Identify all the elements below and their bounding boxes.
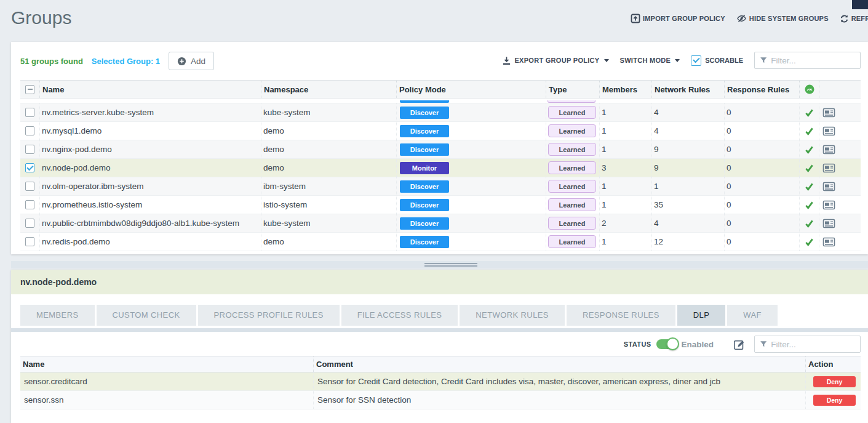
table-row[interactable]: nv.public-crbtmimbdw08dig9ddjo80-alb1.ku…	[20, 214, 861, 233]
page-title: Groups	[11, 7, 71, 28]
column-header-type[interactable]: Type	[546, 81, 600, 98]
table-row[interactable]: nv.redis-pod.demo demo Discover Learned …	[20, 233, 861, 251]
export-group-policy-button[interactable]: EXPORT GROUP POLICY	[502, 56, 608, 65]
policy-mode-button[interactable]: Discover	[400, 199, 449, 211]
policy-mode-button[interactable]: Discover	[400, 125, 449, 137]
view-details-button[interactable]	[821, 199, 837, 211]
group-name: nv.node-pod.demo	[40, 159, 261, 177]
tab-custom-check[interactable]: CUSTOM CHECK	[97, 305, 196, 326]
toggle-knob	[666, 337, 679, 350]
dlp-column-header-comment[interactable]: Comment	[314, 357, 806, 372]
groups-filter-input[interactable]	[771, 56, 855, 65]
table-row[interactable]: nv.nginx-pod.demo demo Discover Learned …	[20, 140, 861, 159]
tab-file-access-rules[interactable]: FILE ACCESS RULES	[341, 305, 458, 326]
view-details-button[interactable]	[821, 180, 837, 193]
scorable-check-icon	[805, 182, 814, 191]
policy-mode-button[interactable]: Discover	[400, 180, 449, 193]
dlp-column-header-action[interactable]: Action	[806, 357, 861, 372]
row-checkbox[interactable]	[25, 200, 34, 209]
policy-mode-button[interactable]: Discover	[400, 236, 449, 248]
table-row[interactable]: nv.node-pod.demo demo Monitor Learned 3 …	[20, 159, 861, 177]
row-checkbox[interactable]	[25, 219, 34, 228]
dlp-table-body: sensor.creditcard Sensor for Credit Card…	[20, 373, 861, 409]
response-rules-count: 0	[725, 122, 800, 140]
sensor-action-button[interactable]: Deny	[813, 376, 856, 387]
dlp-table-row[interactable]: sensor.creditcard Sensor for Credit Card…	[20, 373, 861, 391]
scrolled-row-fragment	[20, 99, 861, 103]
tab-network-rules[interactable]: NETWORK RULES	[460, 305, 565, 326]
view-details-button[interactable]	[821, 143, 837, 156]
column-header-response-rules[interactable]: Response Rules	[725, 81, 800, 98]
switch-mode-button[interactable]: SWITCH MODE	[620, 57, 680, 64]
tab-process-profile-rules[interactable]: PROCESS PROFILE RULES	[198, 305, 340, 326]
details-card-icon	[822, 126, 835, 136]
groups-count: 51 groups found	[20, 57, 83, 66]
table-row[interactable]: nv.mysql1.demo demo Discover Learned 1 4…	[20, 122, 861, 140]
tab-scroll-track[interactable]	[11, 328, 868, 332]
scorable-checkbox[interactable]	[691, 55, 701, 66]
row-checkbox[interactable]	[25, 237, 34, 246]
tab-dlp[interactable]: DLP	[677, 305, 726, 326]
chevron-down-icon	[604, 59, 609, 62]
dlp-table-row[interactable]: sensor.ssn Sensor for SSN detection Deny	[20, 391, 861, 409]
select-all-checkbox[interactable]	[25, 85, 34, 94]
status-toggle[interactable]	[656, 339, 677, 349]
policy-mode-button[interactable]: Discover	[400, 107, 449, 119]
dark-corner-decoration	[852, 0, 868, 9]
scorable-check-icon	[805, 145, 814, 154]
column-header-members[interactable]: Members	[600, 81, 652, 98]
groups-table: Name Namespace Policy Mode Type Members …	[20, 80, 861, 251]
column-header-policy-mode[interactable]: Policy Mode	[397, 81, 546, 98]
import-group-policy-button[interactable]: IMPORT GROUP POLICY	[631, 14, 725, 23]
table-row[interactable]: nv.metrics-server.kube-system kube-syste…	[20, 103, 861, 122]
sensor-comment: Sensor for Credit Card detection, Credit…	[314, 373, 806, 390]
policy-mode-button[interactable]: Discover	[400, 217, 449, 230]
column-header-network-rules[interactable]: Network Rules	[652, 81, 725, 98]
column-header-namespace[interactable]: Namespace	[261, 81, 397, 98]
tab-response-rules[interactable]: RESPONSE RULES	[567, 305, 675, 326]
tab-members[interactable]: MEMBERS	[20, 305, 95, 326]
panel-splitter[interactable]	[11, 261, 868, 268]
group-namespace: demo	[261, 140, 397, 158]
table-row[interactable]: nv.prometheus.istio-system istio-system …	[20, 196, 861, 214]
add-button[interactable]: Add	[169, 52, 214, 70]
row-checkbox[interactable]	[25, 145, 34, 154]
policy-mode-button[interactable]: Monitor	[400, 162, 449, 174]
refresh-button[interactable]: REFRESH	[840, 14, 868, 23]
table-row[interactable]: nv.olm-operator.ibm-system ibm-system Di…	[20, 177, 861, 196]
members-count: 1	[600, 196, 652, 214]
hide-system-groups-button[interactable]: HIDE SYSTEM GROUPS	[736, 14, 829, 23]
view-details-button[interactable]	[821, 125, 837, 137]
plus-circle-icon	[177, 57, 186, 66]
edit-button[interactable]	[732, 337, 746, 352]
dlp-column-header-name[interactable]: Name	[20, 357, 314, 372]
dlp-filter-input[interactable]	[771, 340, 855, 349]
tab-waf[interactable]: WAF	[727, 305, 778, 326]
dlp-filter	[754, 336, 861, 353]
group-namespace: demo	[261, 233, 397, 251]
response-rules-count: 0	[725, 103, 800, 121]
policy-mode-button[interactable]: Discover	[400, 143, 449, 156]
members-count: 1	[600, 233, 652, 251]
row-checkbox[interactable]	[25, 126, 34, 135]
dlp-table-header: Name Comment Action	[20, 356, 861, 373]
details-card-icon	[822, 163, 835, 173]
view-details-button[interactable]	[821, 217, 837, 230]
groups-table-header: Name Namespace Policy Mode Type Members …	[20, 80, 861, 99]
network-rules-count: 9	[652, 140, 725, 158]
group-name: nv.olm-operator.ibm-system	[40, 177, 261, 195]
network-rules-count: 12	[652, 233, 725, 251]
view-details-button[interactable]	[821, 162, 837, 174]
view-details-button[interactable]	[821, 107, 837, 119]
members-count: 1	[600, 122, 652, 140]
row-checkbox[interactable]	[25, 182, 34, 191]
sensor-action-button[interactable]: Deny	[813, 395, 856, 406]
column-header-name[interactable]: Name	[40, 81, 261, 98]
view-details-button[interactable]	[821, 236, 837, 248]
hide-system-groups-label: HIDE SYSTEM GROUPS	[749, 15, 829, 22]
row-checkbox[interactable]	[25, 108, 34, 117]
row-checkbox[interactable]	[25, 163, 34, 172]
column-header-scorable[interactable]	[800, 81, 819, 98]
details-card-icon	[822, 145, 835, 155]
refresh-label: REFRESH	[851, 15, 868, 22]
